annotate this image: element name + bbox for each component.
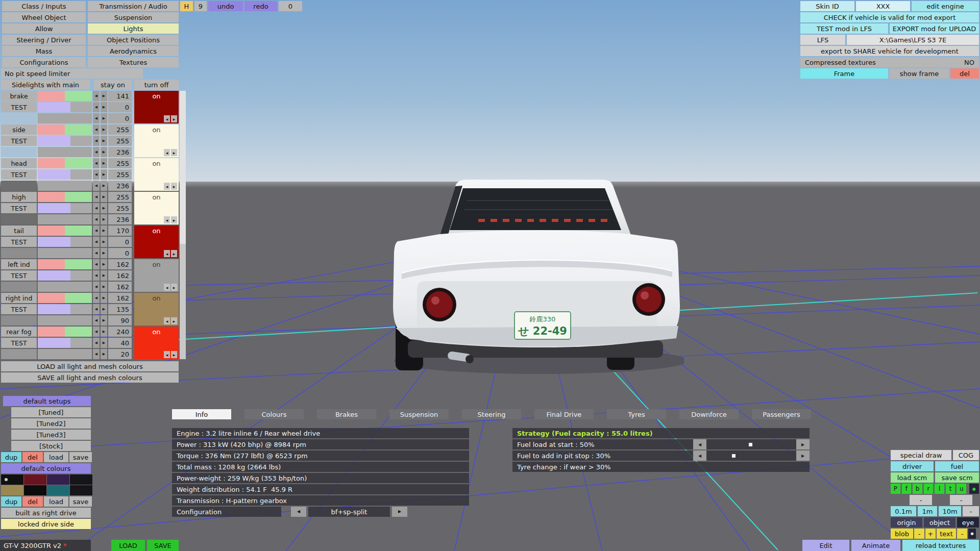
arrow-left-icon[interactable]: ◀	[93, 203, 100, 213]
slider-track[interactable]	[708, 439, 794, 449]
light-colour-bar[interactable]	[70, 203, 92, 213]
menu-button[interactable]: Lights	[88, 23, 179, 34]
arrow-right-icon[interactable]: ▶	[101, 169, 107, 180]
light-value[interactable]: 255	[108, 169, 132, 180]
minus-button[interactable]: -	[950, 495, 972, 505]
menu-button[interactable]: Object Positions	[88, 35, 179, 45]
text-button[interactable]: text	[937, 529, 956, 539]
colour-action-button[interactable]: dup	[1, 496, 21, 507]
light-value[interactable]: 236	[108, 214, 132, 224]
arrow-left-icon[interactable]: ◀	[291, 507, 306, 517]
arrow-left-icon[interactable]: ◀	[93, 349, 100, 359]
light-test-button[interactable]: TEST	[1, 203, 37, 213]
setup-item[interactable]: [Tuned3]	[11, 430, 91, 440]
light-value[interactable]: 162	[108, 282, 132, 292]
arrow-left-icon[interactable]: ◀	[93, 192, 100, 202]
light-value[interactable]: 170	[108, 226, 132, 236]
light-mesh-colour-swatch[interactable]	[1, 349, 37, 359]
light-value[interactable]: 236	[108, 181, 132, 191]
arrow-left-icon[interactable]: ◀	[93, 304, 100, 314]
animate-mode-button[interactable]: Animate	[851, 540, 900, 551]
menu-button[interactable]: Class / Inputs	[2, 1, 86, 11]
menu-button[interactable]: Steering / Driver	[2, 35, 86, 45]
light-test-button[interactable]: TEST	[1, 304, 37, 314]
light-value[interactable]: 162	[108, 270, 132, 281]
vehicle-name[interactable]: GT-V 3200GTR v2 *	[0, 540, 91, 551]
arrow-left-icon[interactable]: ◀	[93, 158, 100, 168]
arrow-right-icon[interactable]: ▶	[101, 181, 107, 191]
tab[interactable]: Info	[172, 409, 231, 419]
light-mesh-colour-swatch[interactable]	[1, 181, 37, 191]
light-value[interactable]: 255	[108, 158, 132, 168]
colour-swatch[interactable]	[24, 485, 46, 495]
light-mesh-colour-swatch[interactable]	[1, 113, 37, 123]
light-colour-bar[interactable]	[38, 293, 65, 303]
arrow-right-icon[interactable]: ▶	[101, 237, 107, 247]
setup-item[interactable]: [Tuned]	[11, 407, 91, 417]
light-colour-bar[interactable]	[38, 237, 70, 247]
lfs-path-value[interactable]: X:\Games\LFS S3 7E	[847, 35, 979, 45]
arrow-left-icon[interactable]: ◀	[93, 270, 100, 281]
light-mesh-colour-swatch[interactable]	[1, 248, 37, 258]
light-colour-bar[interactable]	[70, 136, 92, 146]
colour-action-button[interactable]: del	[22, 496, 43, 507]
arrow-left-icon[interactable]: ◀	[93, 237, 100, 247]
light-colour-bar[interactable]	[38, 169, 70, 180]
arrow-right-icon[interactable]: ▶	[171, 115, 177, 122]
tab[interactable]: Final Drive	[534, 409, 594, 419]
colour-swatch[interactable]	[70, 485, 92, 495]
arrow-right-icon[interactable]: ▶	[101, 349, 107, 359]
frame-button[interactable]: Frame	[800, 68, 888, 79]
scale-1m-button[interactable]: 1m	[918, 506, 937, 516]
light-value[interactable]: 40	[108, 338, 132, 348]
arrow-left-icon[interactable]: ◀	[93, 259, 100, 269]
light-colour-bar[interactable]	[38, 270, 70, 281]
light-value[interactable]: 141	[108, 91, 132, 101]
lights-scrollbar[interactable]	[180, 91, 186, 359]
arrow-left-icon[interactable]: ◀	[164, 183, 170, 190]
slider-track[interactable]	[708, 450, 794, 461]
arrow-left-icon[interactable]: ◀	[693, 439, 706, 449]
tab[interactable]: Downforce	[679, 409, 739, 419]
light-colour-bar[interactable]	[70, 270, 92, 281]
arrow-right-icon[interactable]: ▶	[101, 102, 107, 112]
light-mesh-colour-swatch[interactable]	[1, 147, 37, 157]
arrow-right-icon[interactable]: ▶	[101, 282, 107, 292]
arrow-right-icon[interactable]: ▶	[101, 147, 107, 157]
arrow-right-icon[interactable]: ▶	[171, 216, 177, 223]
arrow-left-icon[interactable]: ◀	[93, 338, 100, 348]
arrow-right-icon[interactable]: ▶	[101, 203, 107, 213]
configuration-value[interactable]: bf+sp-split	[308, 507, 390, 517]
eye-button[interactable]: eye	[957, 517, 979, 528]
arrow-right-icon[interactable]: ▶	[101, 270, 107, 281]
view-toggle-button[interactable]: r	[924, 484, 934, 494]
driver-button[interactable]: driver	[891, 461, 934, 471]
minus-button[interactable]: -	[963, 506, 979, 516]
arrow-right-icon[interactable]: ▶	[101, 315, 107, 325]
light-mesh-colour-swatch[interactable]	[1, 214, 37, 224]
edit-engine-button[interactable]: edit engine	[912, 1, 979, 11]
view-toggle-button[interactable]: b	[913, 484, 922, 494]
car-model[interactable]: 鈴鹿330 せ 22-49	[390, 176, 684, 378]
save-vehicle-button[interactable]: SAVE	[147, 540, 179, 551]
light-value[interactable]: 20	[108, 349, 132, 359]
arrow-left-icon[interactable]: ◀	[93, 113, 100, 123]
built-as-right-drive-button[interactable]: built as right drive	[1, 508, 91, 518]
tab[interactable]: Tyres	[607, 409, 666, 419]
dot-toggle-button[interactable]: ●	[968, 529, 976, 539]
load-vehicle-button[interactable]: LOAD	[111, 540, 145, 551]
arrow-right-icon[interactable]: ▶	[101, 327, 107, 337]
save-light-colours-button[interactable]: SAVE all light and mesh colours	[1, 372, 179, 383]
show-frame-button[interactable]: show frame	[890, 68, 949, 79]
colour-swatch[interactable]	[47, 485, 69, 495]
arrow-right-icon[interactable]: ▶	[101, 259, 107, 269]
arrow-left-icon[interactable]: ◀	[93, 226, 100, 236]
skin-id-button[interactable]: Skin ID	[800, 1, 854, 11]
arrow-right-icon[interactable]: ▶	[171, 250, 177, 257]
skin-id-value[interactable]: XXX	[856, 1, 910, 11]
slider-handle[interactable]	[732, 454, 736, 458]
setup-item[interactable]: [Stock]	[11, 441, 91, 451]
no-pit-speed-limiter-button[interactable]: No pit speed limiter	[1, 68, 143, 79]
menu-button[interactable]: Suspension	[88, 12, 179, 22]
light-colour-bar[interactable]	[70, 102, 92, 112]
